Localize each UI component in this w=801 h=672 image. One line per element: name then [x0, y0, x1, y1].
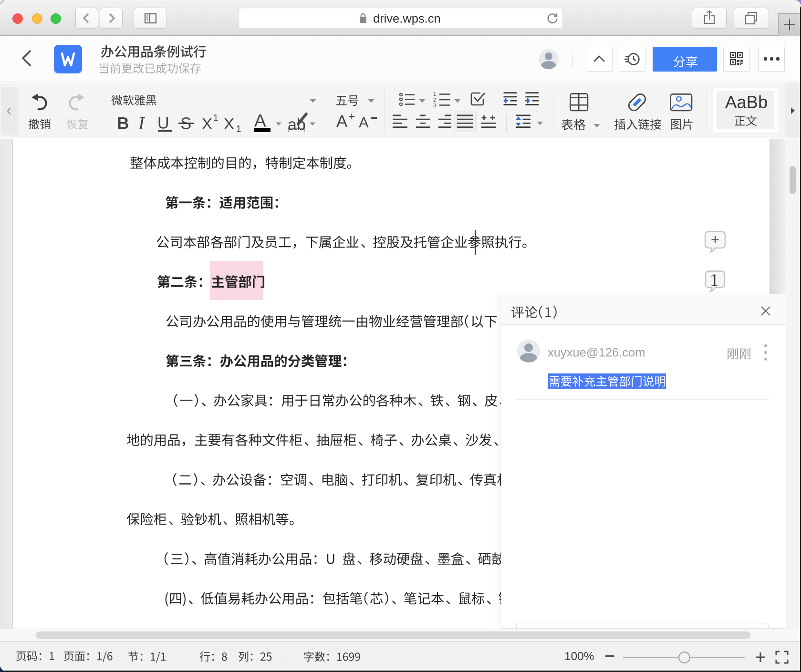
svg-text:1: 1 — [433, 91, 436, 97]
svg-text:2: 2 — [433, 97, 436, 103]
svg-text:3: 3 — [433, 103, 436, 108]
